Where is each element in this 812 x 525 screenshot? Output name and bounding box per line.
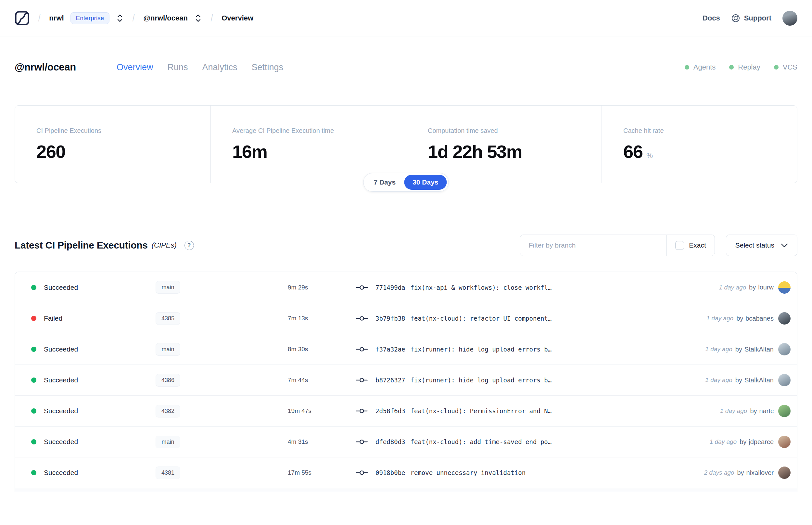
divider — [669, 53, 669, 81]
commit-icon — [356, 439, 368, 445]
service-label: Replay — [738, 63, 760, 72]
cipe-row[interactable]: Succeeded main 4m 31s dfed80d3 feat(nx-c… — [15, 426, 797, 457]
stat-value: 66 — [623, 141, 642, 162]
range-30-days-button[interactable]: 30 Days — [404, 175, 447, 190]
top-navbar: / nrwl Enterprise / @nrwl/ocean / Overvi… — [0, 0, 812, 36]
status-label: Succeeded — [44, 469, 78, 477]
breadcrumb-page: Overview — [221, 14, 253, 22]
author-name: nixallover — [746, 469, 774, 477]
branch-badge[interactable]: main — [156, 436, 180, 448]
time-ago: 1 day ago — [720, 407, 747, 415]
avatar[interactable] — [778, 374, 791, 386]
branch-badge[interactable]: 4382 — [156, 405, 180, 418]
help-icon[interactable]: ? — [184, 241, 194, 250]
commit-message: fix(nx-api & workflows): close workfl… — [411, 284, 552, 291]
stat-label: Cache hit rate — [623, 127, 787, 135]
workspace-header: @nrwl/ocean Overview Runs Analytics Sett… — [0, 57, 812, 77]
stat-label: CI Pipeline Executions — [36, 127, 201, 135]
user-avatar[interactable] — [782, 11, 797, 26]
stats-cards: CI Pipeline Executions 260 Average CI Pi… — [15, 105, 797, 183]
nx-cloud-logo-icon[interactable] — [15, 11, 30, 26]
commit-hash[interactable]: f37a32ae — [376, 346, 405, 353]
status-dot — [31, 439, 36, 445]
status-dot-green — [685, 65, 689, 70]
status-select-label: Select status — [735, 241, 774, 249]
duration: 9m 29s — [288, 284, 356, 291]
cipe-row[interactable]: Succeeded main 9m 29s 771499da fix(nx-ap… — [15, 272, 797, 303]
divider — [95, 53, 95, 81]
status-dot — [31, 408, 36, 414]
tab-analytics[interactable]: Analytics — [202, 62, 237, 73]
breadcrumb-org[interactable]: nrwl — [49, 14, 64, 22]
commit-message: feat(nx-cloud): refactor UI component… — [411, 315, 552, 322]
service-agents[interactable]: Agents — [685, 63, 716, 72]
service-vcs[interactable]: VCS — [774, 63, 797, 72]
commit-hash[interactable]: 2d58f6d3 — [376, 407, 405, 415]
status-dot — [31, 470, 36, 475]
time-ago: 1 day ago — [706, 315, 733, 322]
avatar[interactable] — [778, 312, 791, 325]
exact-checkbox[interactable] — [675, 241, 684, 250]
status-dot — [31, 285, 36, 290]
branch-badge[interactable]: main — [156, 281, 180, 294]
commit-hash[interactable]: 3b79fb38 — [376, 315, 405, 322]
page-title: @nrwl/ocean — [15, 61, 76, 73]
tab-overview[interactable]: Overview — [117, 62, 153, 73]
date-range-toggle: 7 Days 30 Days — [363, 173, 448, 192]
status-dot — [31, 316, 36, 321]
branch-badge[interactable]: 4381 — [156, 466, 180, 479]
by-label: by — [750, 407, 757, 415]
stat-average-execution-time: Average CI Pipeline Execution time 16m — [211, 106, 406, 183]
org-switcher-button[interactable] — [116, 12, 124, 24]
breadcrumb-workspace[interactable]: @nrwl/ocean — [143, 14, 188, 22]
workspace-switcher-button[interactable] — [194, 12, 202, 24]
branch-badge[interactable]: main — [156, 343, 180, 356]
cipes-title: Latest CI Pipeline Executions — [15, 240, 148, 251]
cipes-toolbar: Latest CI Pipeline Executions (CIPEs) ? … — [0, 235, 812, 256]
stat-label: Computation time saved — [428, 127, 592, 135]
stat-label: Average CI Pipeline Execution time — [232, 127, 396, 135]
commit-message: fix(runner): hide log upload errors b… — [411, 346, 552, 353]
time-ago: 1 day ago — [705, 376, 732, 384]
cipe-row[interactable]: Succeeded 4382 19m 47s 2d58f6d3 feat(nx-… — [15, 395, 797, 426]
by-label: by — [735, 376, 742, 384]
breadcrumb-separator: / — [211, 13, 213, 24]
cipe-row[interactable]: Succeeded main 8m 30s f37a32ae fix(runne… — [15, 334, 797, 364]
by-label: by — [739, 438, 746, 446]
avatar[interactable] — [778, 343, 791, 356]
plan-badge: Enterprise — [71, 12, 110, 24]
commit-hash[interactable]: b8726327 — [376, 376, 405, 384]
branch-badge[interactable]: 4385 — [156, 312, 180, 325]
commit-icon — [356, 315, 368, 321]
commit-message: feat(nx-cloud): PermissionError and N… — [411, 407, 552, 415]
avatar[interactable] — [778, 405, 791, 417]
duration: 17m 55s — [288, 469, 356, 476]
cipe-row[interactable]: Failed 4385 7m 13s 3b79fb38 feat(nx-clou… — [15, 303, 797, 334]
commit-icon — [356, 377, 368, 384]
branch-filter-input[interactable] — [520, 235, 667, 256]
commit-hash[interactable]: 0918b0be — [376, 469, 405, 476]
service-replay[interactable]: Replay — [729, 63, 760, 72]
duration: 4m 31s — [288, 438, 356, 446]
cipe-row[interactable]: Succeeded 4386 7m 44s b8726327 fix(runne… — [15, 364, 797, 395]
docs-link[interactable]: Docs — [703, 14, 720, 22]
range-7-days-button[interactable]: 7 Days — [365, 175, 404, 190]
commit-hash[interactable]: 771499da — [376, 284, 405, 291]
support-link[interactable]: Support — [731, 14, 771, 23]
commit-hash[interactable]: dfed80d3 — [376, 438, 405, 446]
tab-runs[interactable]: Runs — [167, 62, 188, 73]
avatar[interactable] — [778, 436, 791, 448]
cipe-row[interactable]: Succeeded 4381 17m 55s 0918b0be remove u… — [15, 457, 797, 488]
time-ago: 1 day ago — [705, 346, 732, 353]
status-label: Succeeded — [44, 345, 78, 353]
service-label: Agents — [693, 63, 716, 72]
status-select-button[interactable]: Select status — [726, 235, 797, 256]
branch-badge[interactable]: 4386 — [156, 374, 180, 387]
stat-ci-pipeline-executions: CI Pipeline Executions 260 — [15, 106, 211, 183]
avatar[interactable] — [778, 466, 791, 479]
avatar[interactable] — [778, 281, 791, 294]
branch-filter-group: Exact — [520, 235, 715, 256]
tab-settings[interactable]: Settings — [251, 62, 283, 73]
stat-value: 260 — [36, 141, 65, 162]
author-name: nartc — [760, 407, 774, 415]
